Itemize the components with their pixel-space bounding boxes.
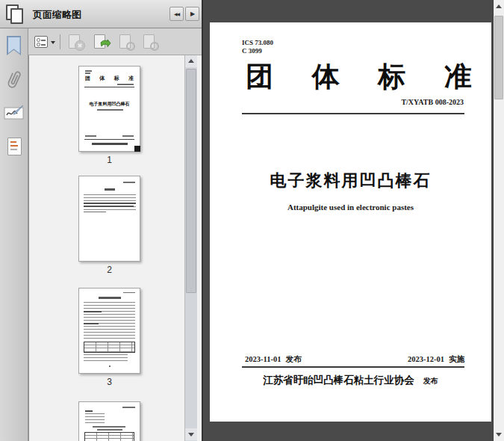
document-page-1: ICS 73.080 C 3099 团 体 标 准 T/XYATB 008-20… bbox=[210, 22, 491, 422]
issuer-line: 江苏省盱眙凹凸棒石粘土行业协会发布 bbox=[210, 374, 491, 387]
thumbnail-page-4-preview[interactable] bbox=[78, 401, 140, 441]
scroll-up-button[interactable] bbox=[494, 1, 504, 13]
chevron-down-icon bbox=[51, 41, 55, 44]
tab-signatures[interactable] bbox=[0, 105, 28, 130]
chevron-up-icon bbox=[188, 59, 194, 63]
thumbnails-panel-header: 页面缩略图 ◀◀ ▶ bbox=[0, 0, 202, 28]
scroll-down-button[interactable] bbox=[494, 428, 504, 440]
options-menu-button[interactable] bbox=[34, 34, 57, 49]
page-view-indicator[interactable] bbox=[134, 146, 140, 152]
extract-page-button[interactable] bbox=[91, 34, 111, 51]
chevron-down-icon bbox=[496, 433, 502, 437]
footer-rule bbox=[242, 366, 464, 368]
document-view: ICS 73.080 C 3099 团 体 标 准 T/XYATB 008-20… bbox=[202, 0, 504, 441]
document-title-zh: 电子浆料用凹凸棒石 bbox=[210, 170, 491, 192]
tab-attachments[interactable] bbox=[0, 69, 28, 94]
thumbnail-list: 团 体 标 准 电子浆料用凹凸棒石 1 bbox=[28, 55, 202, 441]
publish-date-group: 2023-11-01发布 bbox=[245, 354, 301, 365]
tab-page-thumbnails[interactable] bbox=[0, 0, 28, 28]
mini-standard-type: 团 体 标 准 bbox=[85, 75, 134, 81]
right-arrow-icon: ▶ bbox=[190, 10, 194, 17]
document-title-en: Attapulgite used in electronic pastes bbox=[210, 203, 491, 212]
standard-number: T/XYATB 008-2023 bbox=[401, 98, 464, 106]
toolbar-separator bbox=[60, 34, 60, 49]
header-rule bbox=[242, 113, 464, 114]
implement-date-group: 2023-12-01实施 bbox=[408, 354, 464, 365]
thumbnail-page-number: 1 bbox=[78, 155, 140, 165]
thumbnails-toolbar bbox=[28, 28, 202, 55]
delete-pages-button bbox=[66, 34, 85, 51]
date-row: 2023-11-01发布 2023-12-01实施 bbox=[245, 354, 464, 365]
green-arrow-icon bbox=[100, 38, 111, 52]
chevron-up-icon bbox=[496, 4, 502, 8]
thumbnail-page-3-preview[interactable] bbox=[78, 288, 140, 374]
panel-title: 页面缩略图 bbox=[33, 8, 81, 22]
scroll-down-button[interactable] bbox=[185, 428, 197, 440]
ics-codes: ICS 73.080 C 3099 bbox=[242, 39, 273, 55]
collapse-panel-button[interactable]: ◀◀ bbox=[169, 7, 184, 21]
double-left-arrow-icon: ◀◀ bbox=[174, 12, 179, 16]
thumbnail-page-number: 3 bbox=[78, 377, 140, 387]
navigation-tab-strip bbox=[0, 28, 28, 441]
document-lines-icon bbox=[7, 138, 22, 155]
scroll-up-button[interactable] bbox=[185, 55, 197, 67]
thumbnail-scrollbar[interactable] bbox=[184, 55, 197, 441]
scrollbar-thumb[interactable] bbox=[494, 16, 503, 99]
mini-title: 电子浆料用凹凸棒石 bbox=[79, 101, 140, 108]
thumbnail-page-2-preview[interactable] bbox=[78, 176, 140, 262]
tab-bookmarks[interactable] bbox=[0, 36, 28, 61]
scrollbar-thumb[interactable] bbox=[186, 69, 196, 293]
rotate-page-left-button bbox=[116, 34, 136, 51]
options-icon bbox=[34, 36, 48, 48]
thumbnail-page-number: 2 bbox=[78, 265, 140, 275]
thumbnail-page-1-preview[interactable]: 团 体 标 准 电子浆料用凹凸棒石 bbox=[78, 66, 140, 152]
tab-layers[interactable] bbox=[0, 138, 28, 163]
chevron-down-icon bbox=[188, 433, 194, 437]
rotate-page-right-button bbox=[140, 34, 160, 51]
document-scrollbar[interactable] bbox=[493, 0, 504, 441]
hide-panel-button[interactable]: ▶ bbox=[185, 7, 199, 21]
page-thumbnails-icon bbox=[6, 4, 24, 24]
standard-type-heading: 团 体 标 准 bbox=[246, 61, 472, 93]
pdf-viewer-window: 页面缩略图 ◀◀ ▶ bbox=[0, 0, 504, 441]
